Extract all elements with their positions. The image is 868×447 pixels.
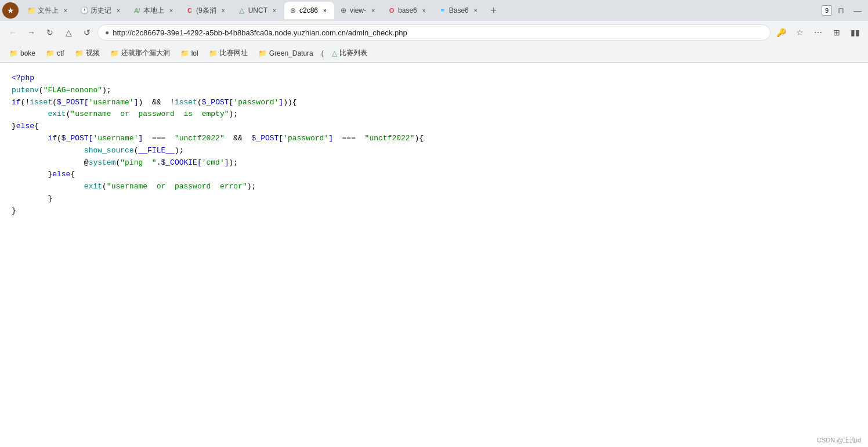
window-controls[interactable]: — xyxy=(849,2,866,19)
tab-close-4[interactable]: × xyxy=(219,6,228,15)
code-putenv-arg: "FLAG=nonono" xyxy=(44,85,102,97)
history-button[interactable]: ↺ xyxy=(79,24,95,41)
tab-favicon-7: ⊕ xyxy=(339,6,348,14)
code-else-keyword-2: else xyxy=(52,169,70,181)
bookmark-label-haijiu: 还就那个漏大洞 xyxy=(121,48,170,58)
tab-close-8[interactable]: × xyxy=(419,6,429,15)
tab-favicon-8: O xyxy=(388,6,396,14)
url-actions: 🔑 ☆ ⋯ ⊞ ▮▮ xyxy=(773,24,863,41)
tab-label-3: 本地上 xyxy=(143,6,164,16)
tab-c2c86-active[interactable]: ⊕ c2c86 × xyxy=(284,2,334,19)
bookmark-separator: ( xyxy=(319,49,326,57)
tab-label-7: view- xyxy=(350,6,366,14)
tab-lishiji[interactable]: 🕐 历史记 × xyxy=(75,2,128,19)
tab-label-2: 历史记 xyxy=(91,6,111,16)
bookmark-shipin[interactable]: 📁 视频 xyxy=(70,46,104,60)
tab-wenjianshang[interactable]: 📁 文件上 × xyxy=(23,2,75,19)
tab-menu-button[interactable]: ⊓ xyxy=(833,2,849,19)
tab-counter: 9 xyxy=(822,5,832,16)
tab-close-2[interactable]: × xyxy=(114,6,123,15)
bookmarks-bar: 📁 boke 📁 ctf 📁 视频 📁 还就那个漏大洞 📁 lol 📁 比赛网址… xyxy=(0,44,868,63)
tab-close-9[interactable]: × xyxy=(471,6,480,15)
code-line-3: if(!isset($_POST['username']) && !isset(… xyxy=(12,97,856,109)
code-line-6: if($_POST['username'] === "unctf2022" &&… xyxy=(12,133,856,145)
tab-favicon-6: ⊕ xyxy=(289,6,297,14)
code-php-open: <?php xyxy=(12,72,34,85)
tab-label-9: Base6 xyxy=(449,6,469,14)
bookmark-green-datura[interactable]: 📁 Green_Datura xyxy=(254,48,318,59)
sidebar-button[interactable]: ▮▮ xyxy=(847,24,863,41)
code-putenv-func: putenv xyxy=(12,85,39,97)
tab-favicon-5: △ xyxy=(238,6,246,14)
code-line-4: exit("username or password is empty"); xyxy=(12,108,856,121)
bottom-bar: CSDN @上流id xyxy=(810,434,868,447)
bookmark-icon-bisailiebiao: △ xyxy=(332,49,337,57)
bookmark-ctf[interactable]: 📁 ctf xyxy=(41,48,69,59)
bookmark-label-lol: lol xyxy=(191,49,198,57)
bookmark-bisailiebiao[interactable]: △ 比赛列表 xyxy=(327,46,372,60)
bookmark-bisai[interactable]: 📁 比赛网址 xyxy=(204,46,252,60)
code-line-1: <?php xyxy=(12,72,856,85)
code-at-system: @ xyxy=(84,157,89,169)
tab-base6-orange[interactable]: O base6 × xyxy=(383,2,433,19)
extensions-button[interactable]: ⊞ xyxy=(829,24,845,41)
tab-favicon-9: ≡ xyxy=(439,6,447,14)
reload-button[interactable]: ↻ xyxy=(42,24,58,41)
bookmark-haijiu[interactable]: 📁 还就那个漏大洞 xyxy=(106,46,175,60)
bottom-label: CSDN @上流id xyxy=(817,437,861,444)
bookmark-icon-lol: 📁 xyxy=(180,49,189,57)
code-else-keyword-1: else xyxy=(16,121,34,133)
tab-unct[interactable]: △ UNCT × xyxy=(233,2,284,19)
tab-base6-blue[interactable]: ≡ Base6 × xyxy=(434,2,485,19)
forward-button[interactable]: → xyxy=(23,24,39,41)
bookmark-icon-shipin: 📁 xyxy=(75,49,84,57)
bookmark-icon-boke: 📁 xyxy=(9,49,18,57)
home-button[interactable]: △ xyxy=(60,24,77,41)
tab-label-8: base6 xyxy=(398,6,417,14)
bookmark-icon-haijiu: 📁 xyxy=(110,49,119,57)
code-line-5: }else{ xyxy=(12,121,856,133)
bookmark-label-ctf: ctf xyxy=(57,49,64,57)
code-line-9: }else{ xyxy=(12,169,856,181)
url-security-icon: ● xyxy=(105,28,109,37)
tab-close-3[interactable]: × xyxy=(167,6,176,15)
bookmark-label-bisai: 比赛网址 xyxy=(220,48,248,58)
tab-view[interactable]: ⊕ view- × xyxy=(335,2,382,19)
new-tab-button[interactable]: + xyxy=(486,2,502,19)
tab-favicon-3: AI xyxy=(133,6,141,14)
code-line-11: } xyxy=(12,193,856,205)
code-post-username-2: $_POST[ xyxy=(62,133,93,145)
bookmark-icon-green-datura: 📁 xyxy=(258,49,267,57)
bookmark-label-green-datura: Green_Datura xyxy=(269,49,313,57)
code-isset-1: isset xyxy=(30,97,52,109)
tab-close-7[interactable]: × xyxy=(368,6,378,15)
tab-close-1[interactable]: × xyxy=(61,6,70,15)
url-text: http://c2c86679-39e1-4292-a5bb-b4b8ba3fc… xyxy=(113,28,763,37)
url-bar[interactable]: ● http://c2c86679-39e1-4292-a5bb-b4b8ba3… xyxy=(97,24,771,41)
bookmark-icon-ctf: 📁 xyxy=(46,49,55,57)
tab-9tiao[interactable]: C (9条消 × xyxy=(181,2,233,19)
code-show-source: show_source xyxy=(84,145,134,157)
tab-favicon-1: 📁 xyxy=(27,6,35,14)
back-button[interactable]: ← xyxy=(5,24,21,41)
bookmark-boke[interactable]: 📁 boke xyxy=(5,48,40,59)
bookmark-label-bisailiebiao: 比赛列表 xyxy=(339,48,367,58)
code-exit-1: exit xyxy=(48,108,66,121)
tab-favicon-4: C xyxy=(186,6,194,14)
star-button[interactable]: ☆ xyxy=(791,24,808,41)
tab-close-6[interactable]: × xyxy=(320,6,330,15)
profile-avatar[interactable]: ★ xyxy=(2,2,19,19)
bookmark-label-shipin: 视频 xyxy=(86,48,100,58)
lock-icon[interactable]: 🔑 xyxy=(773,24,789,41)
code-line-2: putenv("FLAG=nonono"); xyxy=(12,85,856,97)
tab-bendi[interactable]: AI 本地上 × xyxy=(128,2,180,19)
page-content: <?php putenv("FLAG=nonono"); if(!isset($… xyxy=(0,63,868,227)
code-line-7: show_source(__FILE__); xyxy=(12,145,856,157)
tab-close-5[interactable]: × xyxy=(270,6,279,15)
tab-label-6: c2c86 xyxy=(299,6,318,14)
more-button[interactable]: ⋯ xyxy=(810,24,826,41)
code-exit-2: exit xyxy=(84,181,102,193)
bookmark-lol[interactable]: 📁 lol xyxy=(176,48,203,59)
code-if-keyword-2: if xyxy=(48,133,57,145)
address-bar: ← → ↻ △ ↺ ● http://c2c86679-39e1-4292-a5… xyxy=(0,21,868,44)
